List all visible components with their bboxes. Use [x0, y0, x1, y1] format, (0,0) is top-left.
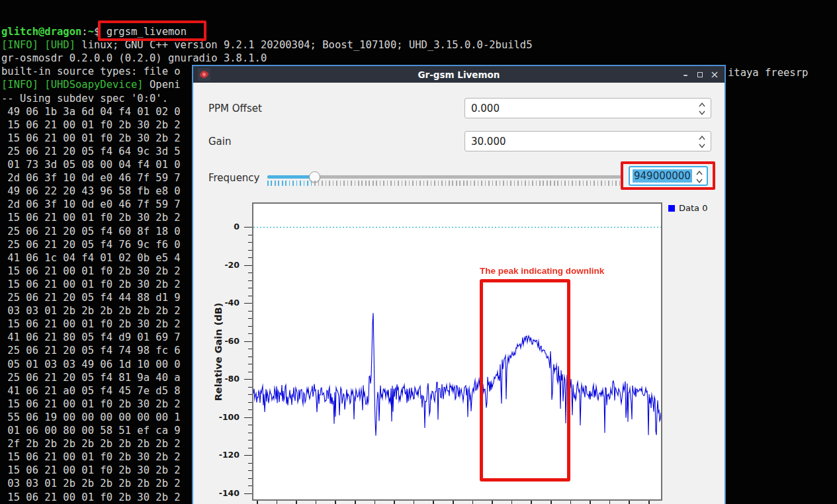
ppm-offset-label: PPM Offset — [208, 103, 262, 114]
y-tick-label: -20 — [209, 260, 240, 270]
maximize-icon — [697, 72, 703, 77]
terminal-line: 05 01 03 03 49 06 1d 10 00 0 — [1, 358, 181, 371]
terminal-line: [INFO] [UHDSoapyDevice] Openi — [1, 79, 181, 91]
y-tick-label: -40 — [209, 298, 240, 308]
legend-label: Data 0 — [679, 203, 707, 213]
titlebar[interactable]: Gr-gsm Livemon – × — [193, 66, 725, 83]
terminal-line: 49 06 22 20 43 96 58 fb e8 0 — [1, 185, 181, 198]
terminal-line: 41 06 1c 04 f4 01 02 0b e5 4 — [1, 252, 181, 265]
terminal-line: 01 73 3d 05 08 00 04 f4 01 0 — [1, 159, 181, 171]
close-button[interactable]: × — [707, 66, 722, 83]
plot-legend: Data 0 — [668, 203, 707, 213]
spectrum-trace — [253, 204, 661, 499]
gain-spinbox[interactable]: 30.000 — [464, 131, 711, 151]
peak-annotation-text: The peak indicating downlink — [480, 266, 639, 276]
terminal-line: 15 06 21 00 01 f0 2b 30 2b 2 — [1, 212, 181, 224]
terminal-line: 01 06 00 80 00 58 51 ef ca 9 — [1, 425, 181, 437]
terminal-line: 15 06 21 00 01 f0 2b 30 2b 2 — [1, 491, 181, 504]
gain-value: 30.000 — [471, 136, 506, 147]
frequency-slider-fill — [267, 175, 314, 179]
maximize-button[interactable] — [693, 66, 707, 83]
terminal-line: 15 06 21 00 01 f0 2b 30 2b 2 — [1, 265, 181, 278]
ppm-offset-value: 0.000 — [471, 103, 500, 114]
y-tick-label: -80 — [209, 374, 240, 384]
terminal-line: 15 06 21 00 01 f0 2b 30 2b 2 — [1, 278, 181, 291]
minimize-button[interactable]: – — [678, 66, 693, 83]
terminal-line: built-in source types: file o — [1, 65, 181, 78]
y-tick-label: 0 — [209, 222, 240, 231]
spinner-arrows-icon[interactable] — [698, 134, 706, 150]
grgsm-livemon-window: Gr-gsm Livemon – × PPM Offset 0.000 Gain… — [192, 65, 726, 504]
plot-canvas[interactable] — [252, 202, 662, 501]
frequency-slider-track[interactable] — [267, 175, 623, 179]
annotation-box-peak — [480, 279, 570, 482]
terminal-line: [INFO] [UHD] linux; GNU C++ version 9.2.… — [1, 39, 533, 52]
terminal-line: 25 06 21 20 05 f4 81 9a 40 a — [1, 372, 181, 384]
terminal-line: 03 03 01 2b 2b 2b 2b 2b 2b 2 — [1, 305, 181, 317]
terminal-line: 15 06 21 00 01 f0 2b 30 2b 2 — [1, 464, 181, 477]
legend-swatch-icon — [668, 205, 675, 212]
terminal-line: 25 06 21 20 05 f4 74 98 fc 6 — [1, 345, 181, 357]
annotation-box-command — [98, 21, 206, 41]
terminal-line: 2f 2b 2b 2b 2b 2b 2b 2b 2b 2 — [1, 438, 181, 450]
spinner-arrows-icon[interactable] — [698, 101, 706, 117]
frequency-label: Frequency — [208, 172, 260, 184]
y-tick-label: -120 — [209, 450, 240, 460]
terminal-line: 2d 06 3f 10 0d e0 46 7f 59 7 — [1, 172, 181, 185]
terminal-line: 25 06 21 20 05 f4 64 9c 3d 5 — [1, 146, 181, 158]
terminal-line: 15 06 21 00 01 f0 2b 30 2b 2 — [1, 398, 181, 411]
annotation-box-frequency — [621, 161, 715, 190]
terminal-line: 15 06 21 00 01 f0 2b 30 2b 2 — [1, 318, 181, 331]
terminal-line: 15 06 21 00 01 f0 2b 30 2b 2 — [1, 119, 181, 132]
terminal-line: 2d 06 3f 10 0d e0 46 7f 59 7 — [1, 198, 181, 211]
y-tick-label: -60 — [209, 336, 240, 346]
terminal-line: 03 03 01 2b 2b 2b 2b 2b 2b 2 — [1, 478, 181, 490]
terminal-line: -- Using subdev spec '0:0'. — [1, 93, 168, 105]
terminal-line-fragment: itaya freesrp — [728, 67, 808, 79]
terminal-line: 15 06 21 00 01 f0 2b 30 2b 2 — [1, 451, 181, 464]
terminal-line: 41 06 21 a0 05 f4 45 7e d5 8 — [1, 385, 181, 398]
frequency-slider-ticks — [267, 181, 623, 187]
terminal-line: 49 06 1b 3a 6d 04 f4 01 02 0 — [1, 106, 181, 118]
gain-label: Gain — [208, 136, 232, 147]
terminal-line: 25 06 21 20 05 f4 44 88 d1 9 — [1, 292, 181, 304]
window-title: Gr-gsm Livemon — [193, 69, 725, 80]
terminal-line: 25 06 21 20 05 f4 76 9c f6 0 — [1, 239, 181, 251]
y-tick-label: -100 — [209, 412, 240, 422]
terminal-line: 55 06 19 00 00 00 00 00 00 1 — [1, 411, 181, 424]
terminal-line: gr-osmosdr 0.2.0.0 (0.2.0) gnuradio 3.8.… — [1, 52, 267, 65]
app-icon — [198, 68, 210, 81]
ppm-offset-spinbox[interactable]: 0.000 — [464, 98, 711, 118]
terminal-line: 25 06 21 20 05 f4 60 8f 18 0 — [1, 226, 181, 238]
terminal-line: 41 06 21 80 05 f4 d9 01 69 7 — [1, 331, 181, 344]
y-tick-label: -140 — [209, 488, 240, 498]
terminal-line: 15 06 21 00 01 f0 2b 30 2b 2 — [1, 132, 181, 145]
